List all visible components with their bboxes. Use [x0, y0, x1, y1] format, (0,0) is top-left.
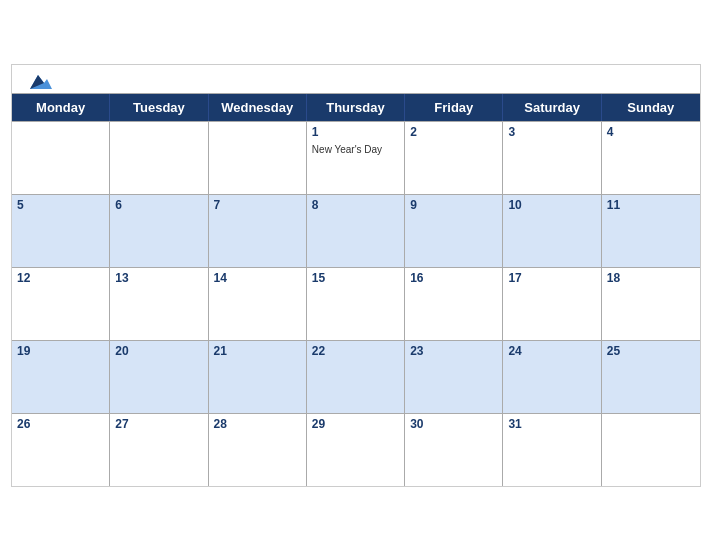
calendar-cell: 23 — [405, 341, 503, 413]
calendar-cell: 1New Year's Day — [307, 122, 405, 194]
logo — [28, 73, 52, 89]
cell-date-number: 21 — [214, 344, 301, 358]
cell-date-number: 16 — [410, 271, 497, 285]
calendar-week-1: 1New Year's Day234 — [12, 121, 700, 194]
calendar-cell: 2 — [405, 122, 503, 194]
calendar: MondayTuesdayWednesdayThursdayFridaySatu… — [11, 64, 701, 487]
day-header-sunday: Sunday — [602, 94, 700, 121]
calendar-cell: 8 — [307, 195, 405, 267]
cell-date-number: 28 — [214, 417, 301, 431]
calendar-cell: 5 — [12, 195, 110, 267]
cell-date-number: 7 — [214, 198, 301, 212]
cell-date-number: 26 — [17, 417, 104, 431]
cell-date-number: 20 — [115, 344, 202, 358]
calendar-cell: 11 — [602, 195, 700, 267]
cell-date-number: 19 — [17, 344, 104, 358]
calendar-week-2: 567891011 — [12, 194, 700, 267]
calendar-cell: 13 — [110, 268, 208, 340]
calendar-cell: 7 — [209, 195, 307, 267]
calendar-cell: 30 — [405, 414, 503, 486]
cell-date-number: 12 — [17, 271, 104, 285]
cell-date-number: 14 — [214, 271, 301, 285]
cell-event-label: New Year's Day — [312, 144, 382, 155]
cell-date-number: 15 — [312, 271, 399, 285]
calendar-cell: 22 — [307, 341, 405, 413]
calendar-cell: 20 — [110, 341, 208, 413]
calendar-grid: MondayTuesdayWednesdayThursdayFridaySatu… — [12, 93, 700, 486]
cell-date-number: 2 — [410, 125, 497, 139]
cell-date-number: 25 — [607, 344, 695, 358]
day-header-saturday: Saturday — [503, 94, 601, 121]
calendar-week-4: 19202122232425 — [12, 340, 700, 413]
calendar-cell: 9 — [405, 195, 503, 267]
cell-date-number: 1 — [312, 125, 399, 139]
cell-date-number: 5 — [17, 198, 104, 212]
day-header-wednesday: Wednesday — [209, 94, 307, 121]
calendar-cell: 12 — [12, 268, 110, 340]
calendar-cell: 17 — [503, 268, 601, 340]
cell-date-number: 17 — [508, 271, 595, 285]
cell-date-number: 24 — [508, 344, 595, 358]
cell-date-number: 6 — [115, 198, 202, 212]
calendar-cell: 21 — [209, 341, 307, 413]
day-header-friday: Friday — [405, 94, 503, 121]
cell-date-number: 29 — [312, 417, 399, 431]
calendar-cell — [12, 122, 110, 194]
cell-date-number: 27 — [115, 417, 202, 431]
calendar-cell: 24 — [503, 341, 601, 413]
calendar-cell: 4 — [602, 122, 700, 194]
calendar-cell: 27 — [110, 414, 208, 486]
cell-date-number: 8 — [312, 198, 399, 212]
calendar-header — [12, 65, 700, 93]
day-headers-row: MondayTuesdayWednesdayThursdayFridaySatu… — [12, 94, 700, 121]
cell-date-number: 9 — [410, 198, 497, 212]
calendar-cell: 25 — [602, 341, 700, 413]
cell-date-number: 23 — [410, 344, 497, 358]
calendar-cell — [209, 122, 307, 194]
calendar-cell: 29 — [307, 414, 405, 486]
cell-date-number: 10 — [508, 198, 595, 212]
calendar-cell: 15 — [307, 268, 405, 340]
calendar-cell: 19 — [12, 341, 110, 413]
day-header-monday: Monday — [12, 94, 110, 121]
calendar-cell — [602, 414, 700, 486]
calendar-cell: 10 — [503, 195, 601, 267]
cell-date-number: 3 — [508, 125, 595, 139]
day-header-thursday: Thursday — [307, 94, 405, 121]
day-header-tuesday: Tuesday — [110, 94, 208, 121]
logo-icon — [30, 73, 52, 89]
calendar-week-5: 262728293031 — [12, 413, 700, 486]
calendar-cell: 18 — [602, 268, 700, 340]
calendar-cell — [110, 122, 208, 194]
calendar-cell: 6 — [110, 195, 208, 267]
cell-date-number: 22 — [312, 344, 399, 358]
cell-date-number: 31 — [508, 417, 595, 431]
calendar-cell: 16 — [405, 268, 503, 340]
cell-date-number: 11 — [607, 198, 695, 212]
cell-date-number: 4 — [607, 125, 695, 139]
cell-date-number: 13 — [115, 271, 202, 285]
calendar-cell: 14 — [209, 268, 307, 340]
calendar-week-3: 12131415161718 — [12, 267, 700, 340]
calendar-cell: 28 — [209, 414, 307, 486]
calendar-weeks: 1New Year's Day2345678910111213141516171… — [12, 121, 700, 486]
cell-date-number: 18 — [607, 271, 695, 285]
calendar-cell: 31 — [503, 414, 601, 486]
calendar-cell: 3 — [503, 122, 601, 194]
cell-date-number: 30 — [410, 417, 497, 431]
calendar-cell: 26 — [12, 414, 110, 486]
